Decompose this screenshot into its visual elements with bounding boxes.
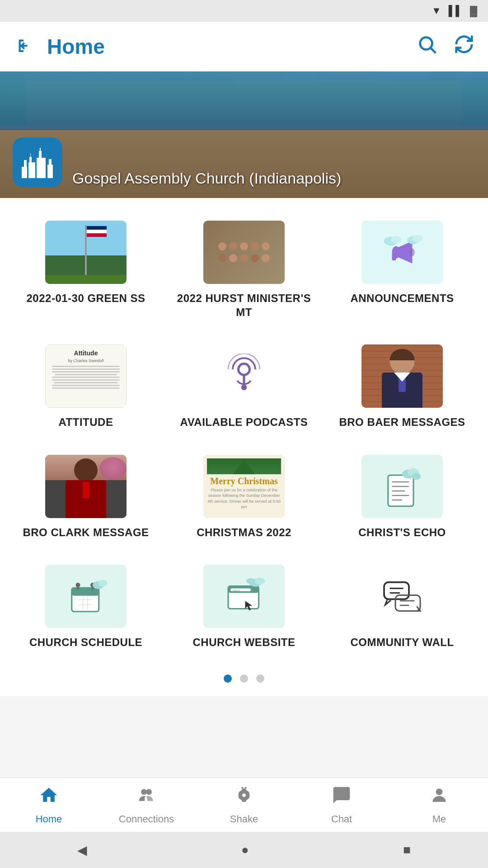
grid-content: 2022-01-30 GREEN SS bbox=[0, 198, 488, 696]
thumb-hurst bbox=[203, 221, 285, 284]
grid-item-label-podcasts: AVAILABLE PODCASTS bbox=[180, 415, 308, 429]
wifi-icon: ▼ bbox=[432, 5, 441, 17]
grid-item-label-attitude: ATTITUDE bbox=[59, 415, 113, 429]
svg-point-56 bbox=[141, 789, 147, 795]
thumb-clark bbox=[45, 455, 127, 518]
dot-2[interactable] bbox=[240, 675, 248, 683]
status-bar: ▼ ▌▌ ▓ bbox=[0, 0, 488, 22]
grid-item-attitude[interactable]: Attitude by Charles Swindoll bbox=[9, 335, 163, 436]
svg-point-58 bbox=[242, 793, 247, 797]
grid-item-community-wall[interactable]: COMMUNITY WALL bbox=[325, 556, 479, 656]
connections-icon bbox=[136, 785, 156, 810]
dot-3[interactable] bbox=[256, 675, 264, 683]
shake-icon bbox=[234, 785, 254, 810]
nav-label-chat: Chat bbox=[331, 813, 352, 825]
svg-point-48 bbox=[255, 578, 265, 585]
bottom-nav: Home Connections Shake bbox=[0, 778, 488, 832]
page-dots bbox=[9, 665, 479, 696]
grid-item-label-community-wall: COMMUNITY WALL bbox=[350, 635, 454, 649]
svg-point-16 bbox=[391, 236, 401, 243]
grid-item-label-green-ss: 2022-01-30 GREEN SS bbox=[27, 291, 145, 305]
home-icon bbox=[39, 785, 59, 810]
thumb-announcements bbox=[361, 221, 443, 284]
system-nav: ◀ ● ■ bbox=[0, 832, 488, 868]
nav-label-home: Home bbox=[36, 813, 62, 825]
nav-item-connections[interactable]: Connections bbox=[98, 778, 195, 832]
svg-point-19 bbox=[239, 364, 250, 375]
signal-icon: ▌▌ bbox=[449, 5, 463, 17]
thumb-church-website: http:// bbox=[203, 565, 285, 628]
nav-label-shake: Shake bbox=[230, 813, 258, 825]
grid-item-label-announcements: ANNOUNCEMENTS bbox=[350, 291, 454, 305]
grid-item-hurst[interactable]: 2022 HURST MINISTER'S MT bbox=[167, 212, 321, 326]
system-back-button[interactable]: ◀ bbox=[77, 843, 87, 858]
nav-label-me: Me bbox=[432, 813, 446, 825]
svg-rect-11 bbox=[49, 159, 52, 165]
thumb-green-ss bbox=[45, 221, 127, 284]
svg-rect-13 bbox=[392, 253, 396, 260]
svg-rect-8 bbox=[39, 151, 42, 158]
grid-row-2: Attitude by Charles Swindoll bbox=[9, 335, 479, 436]
svg-point-57 bbox=[146, 789, 152, 795]
search-button[interactable] bbox=[417, 34, 437, 59]
thumb-podcasts bbox=[203, 344, 285, 408]
grid-item-label-church-website: CHURCH WEBSITE bbox=[193, 635, 296, 649]
thumb-christs-echo bbox=[361, 455, 443, 518]
grid-item-podcasts[interactable]: AVAILABLE PODCASTS bbox=[167, 335, 321, 436]
svg-text:http://: http:// bbox=[233, 589, 240, 592]
svg-rect-6 bbox=[30, 153, 31, 157]
svg-rect-7 bbox=[37, 158, 46, 178]
svg-line-1 bbox=[431, 48, 436, 53]
svg-rect-3 bbox=[24, 160, 27, 167]
svg-rect-10 bbox=[47, 165, 53, 178]
nav-label-connections: Connections bbox=[119, 813, 174, 825]
svg-rect-2 bbox=[22, 167, 27, 178]
grid-item-baer[interactable]: BRO BAER MESSAGES bbox=[325, 335, 479, 436]
grid-item-clark[interactable]: BRO CLARK MESSAGE bbox=[9, 446, 163, 547]
chat-icon bbox=[332, 785, 352, 810]
svg-point-21 bbox=[241, 385, 247, 391]
grid-item-green-ss[interactable]: 2022-01-30 GREEN SS bbox=[9, 212, 163, 326]
system-recent-button[interactable]: ■ bbox=[403, 843, 411, 857]
thumb-baer bbox=[361, 344, 443, 408]
app-bar-actions bbox=[417, 34, 474, 59]
grid-item-label-christs-echo: CHRIST'S ECHO bbox=[358, 525, 446, 539]
nav-item-home[interactable]: Home bbox=[0, 778, 98, 832]
refresh-button[interactable] bbox=[454, 34, 474, 59]
battery-icon: ▓ bbox=[470, 5, 477, 17]
svg-point-18 bbox=[413, 235, 423, 242]
thumb-christmas: Merry Christmas Please join us for a cel… bbox=[203, 455, 285, 518]
grid-row-1: 2022-01-30 GREEN SS bbox=[9, 212, 479, 326]
svg-rect-9 bbox=[40, 148, 41, 151]
back-button[interactable] bbox=[14, 34, 38, 59]
thumb-community-wall bbox=[361, 565, 443, 628]
app-bar: Home bbox=[0, 22, 488, 71]
nav-item-shake[interactable]: Shake bbox=[195, 778, 293, 832]
grid-item-christs-echo[interactable]: CHRIST'S ECHO bbox=[325, 446, 479, 547]
svg-point-0 bbox=[420, 38, 432, 50]
me-icon bbox=[429, 785, 449, 810]
svg-point-30 bbox=[412, 473, 421, 480]
grid-item-church-website[interactable]: http:// CHURCH WEBSITE bbox=[167, 556, 321, 656]
page-title: Home bbox=[38, 34, 417, 59]
grid-item-label-clark: BRO CLARK MESSAGE bbox=[23, 525, 149, 539]
grid-item-label-hurst: 2022 HURST MINISTER'S MT bbox=[172, 291, 316, 319]
svg-rect-4 bbox=[28, 162, 35, 178]
grid-item-announcements[interactable]: ANNOUNCEMENTS bbox=[325, 212, 479, 326]
system-home-button[interactable]: ● bbox=[241, 843, 249, 857]
grid-item-label-baer: BRO BAER MESSAGES bbox=[339, 415, 465, 429]
grid-row-3: BRO CLARK MESSAGE Merry Christmas Please… bbox=[9, 446, 479, 547]
nav-item-chat[interactable]: Chat bbox=[293, 778, 390, 832]
svg-point-49 bbox=[246, 578, 255, 584]
thumb-attitude: Attitude by Charles Swindoll bbox=[45, 344, 127, 408]
svg-point-42 bbox=[99, 580, 108, 587]
grid-item-label-church-schedule: CHURCH SCHEDULE bbox=[29, 635, 142, 649]
svg-point-14 bbox=[410, 248, 415, 256]
thumb-church-schedule bbox=[45, 565, 127, 628]
grid-item-church-schedule[interactable]: CHURCH SCHEDULE bbox=[9, 556, 163, 656]
grid-row-4: CHURCH SCHEDULE http:// bbox=[9, 556, 479, 656]
nav-item-me[interactable]: Me bbox=[390, 778, 488, 832]
church-name: Gospel Assembly Church (Indianapolis) bbox=[62, 170, 341, 187]
dot-1[interactable] bbox=[224, 675, 232, 683]
grid-item-christmas[interactable]: Merry Christmas Please join us for a cel… bbox=[167, 446, 321, 547]
